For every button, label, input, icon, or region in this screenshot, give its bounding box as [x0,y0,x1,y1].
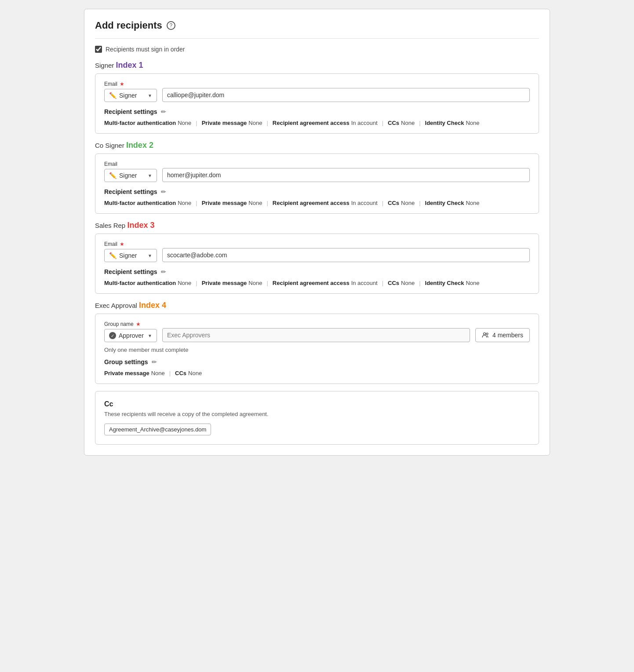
recipient-1-private-message: Private message None [202,120,262,126]
recipient-4-index: Index 4 [139,301,166,310]
recipient-3-agreement-access: Recipient agreement access In account [273,280,378,286]
recipient-1-required-star: ★ [120,81,124,87]
sign-in-order-checkbox[interactable] [95,46,102,53]
recipient-2-private-message: Private message None [202,200,262,206]
only-one-text: Only one member must complete [104,347,530,353]
members-count: 4 members [492,332,523,339]
cc-description: These recipients will receive a copy of … [104,411,530,417]
recipient-1-prefix: Signer [95,62,114,69]
signer-icon-2: ✏️ [109,172,117,179]
recipient-1-identity-check: Identity Check None [425,120,480,126]
recipient-2-edit-icon[interactable]: ✏ [161,188,166,195]
chevron-down-icon-1: ▼ [148,93,152,98]
signer-icon-3: ✏️ [109,252,117,259]
recipient-2-settings-row: Recipient settings ✏ [104,188,530,195]
recipient-2-settings-details: Multi-factor authentication None | Priva… [104,200,530,206]
sign-in-order-row: Recipients must sign in order [95,46,539,53]
recipient-1-agreement-access: Recipient agreement access In account [273,120,378,126]
chevron-down-icon-3: ▼ [148,253,152,258]
recipient-section-3: Sales Rep Index 3 Email ★ ✏️ Signer ▼ [95,221,539,294]
cc-title: Cc [104,400,530,408]
recipient-3-settings-details: Multi-factor authentication None | Priva… [104,280,530,286]
recipient-4-prefix: Exec Approval [95,302,137,309]
recipient-1-mfa: Multi-factor authentication None [104,120,191,126]
recipient-3-mfa: Multi-factor authentication None [104,280,191,286]
recipient-3-role-select[interactable]: ✏️ Signer ▼ [104,249,157,262]
recipient-2-role: Signer [119,172,137,179]
page-title: Add recipients [95,20,162,31]
recipient-2-email-label: Email [104,161,157,167]
recipient-2-email-row: Email ✏️ Signer ▼ [104,161,530,182]
recipient-3-email-input[interactable] [162,248,530,262]
recipient-3-private-message: Private message None [202,280,262,286]
recipient-4-settings-row: Group settings ✏ [104,358,530,365]
cc-section: Cc These recipients will receive a copy … [95,391,539,445]
recipient-2-identity-check: Identity Check None [425,200,480,206]
recipient-section-2: Co Signer Index 2 Email ✏️ Signer ▼ [95,141,539,214]
recipient-2-mfa: Multi-factor authentication None [104,200,191,206]
recipient-4-settings-details: Private message None | CCs None [104,370,530,376]
recipient-2-header: Co Signer Index 2 [95,141,539,150]
recipient-1-settings-details: Multi-factor authentication None | Priva… [104,120,530,126]
page-header: Add recipients ? [95,20,539,39]
members-icon [482,332,489,339]
recipient-4-edit-icon[interactable]: ✏ [152,358,157,365]
members-button[interactable]: 4 members [475,328,530,342]
recipient-4-settings-label: Group settings [104,358,148,365]
recipient-1-ccs: CCs None [388,120,415,126]
recipient-1-role: Signer [119,92,137,99]
recipient-3-required-star: ★ [120,241,124,247]
recipient-4-group-name-label: Group name ★ [104,321,157,327]
chevron-down-icon-2: ▼ [148,173,152,178]
recipient-3-email-label: Email ★ [104,241,157,247]
recipient-2-email-input[interactable] [162,168,530,182]
recipient-4-role-select[interactable]: ✓ Approver ▼ [104,329,157,342]
sign-in-order-label: Recipients must sign in order [106,46,185,53]
recipient-1-email-input[interactable] [162,88,530,102]
recipient-4-required-star: ★ [136,321,141,327]
svg-point-0 [483,333,485,335]
recipient-1-card: Email ★ ✏️ Signer ▼ Recipient settings ✏ [95,73,539,134]
recipient-4-group-name-row: Group name ★ ✓ Approver ▼ [104,321,530,342]
recipient-3-card: Email ★ ✏️ Signer ▼ Recipient settings ✏ [95,234,539,294]
recipient-2-index: Index 2 [126,141,153,150]
recipient-section-4: Exec Approval Index 4 Group name ★ ✓ App… [95,301,539,384]
recipient-3-prefix: Sales Rep [95,222,125,229]
recipient-1-email-label: Email ★ [104,81,157,87]
recipient-1-edit-icon[interactable]: ✏ [161,108,166,115]
recipient-4-ccs: CCs None [175,370,202,376]
recipient-2-card: Email ✏️ Signer ▼ Recipient settings ✏ M… [95,153,539,214]
recipient-4-header: Exec Approval Index 4 [95,301,539,310]
help-icon[interactable]: ? [167,21,175,30]
recipient-3-role: Signer [119,252,137,259]
approver-icon: ✓ [109,332,116,339]
page-container: Add recipients ? Recipients must sign in… [84,9,550,456]
cc-email-chip[interactable]: Agreement_Archive@caseyjones.dom [104,424,211,435]
recipient-4-private-message: Private message None [104,370,165,376]
recipient-2-prefix: Co Signer [95,142,124,149]
recipient-4-role: Approver [119,332,144,339]
recipient-2-settings-label: Recipient settings [104,188,157,195]
recipient-1-settings-label: Recipient settings [104,108,157,115]
recipient-3-index: Index 3 [127,221,154,230]
svg-point-1 [486,333,488,335]
recipient-2-role-select[interactable]: ✏️ Signer ▼ [104,169,157,182]
recipient-1-role-select[interactable]: ✏️ Signer ▼ [104,89,157,102]
recipient-4-group-name-input[interactable] [162,328,470,342]
recipient-3-ccs: CCs None [388,280,415,286]
recipient-1-settings-row: Recipient settings ✏ [104,108,530,115]
recipient-2-ccs: CCs None [388,200,415,206]
recipient-1-email-row: Email ★ ✏️ Signer ▼ [104,81,530,102]
chevron-down-icon-4: ▼ [148,333,152,338]
recipient-3-settings-row: Recipient settings ✏ [104,268,530,275]
signer-icon-1: ✏️ [109,92,117,99]
recipient-3-edit-icon[interactable]: ✏ [161,268,166,275]
recipient-3-settings-label: Recipient settings [104,268,157,275]
recipient-3-header: Sales Rep Index 3 [95,221,539,230]
recipient-3-email-row: Email ★ ✏️ Signer ▼ [104,241,530,262]
recipient-section-1: Signer Index 1 Email ★ ✏️ Signer ▼ [95,61,539,134]
recipient-1-index: Index 1 [116,61,143,69]
recipient-1-header: Signer Index 1 [95,61,539,70]
recipient-2-agreement-access: Recipient agreement access In account [273,200,378,206]
recipient-3-identity-check: Identity Check None [425,280,480,286]
